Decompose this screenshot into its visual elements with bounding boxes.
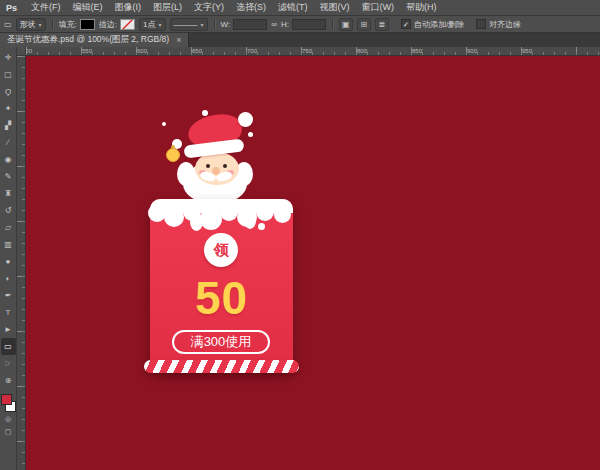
rectangular-marquee-tool-icon[interactable]: ▢ [1,66,16,83]
height-label: H: [281,20,289,29]
auto-add-delete-label: 自动添加/删除 [414,19,464,30]
move-tool-icon[interactable]: ✛ [1,49,16,66]
ruler-label: 600 [137,47,147,55]
eraser-tool-icon[interactable]: ▱ [1,219,16,236]
vertical-ruler[interactable] [17,56,26,470]
stroke-style-dropdown[interactable]: ——— ▾ [170,18,208,31]
snow-bump [200,208,222,230]
coupon-badge: 领 [204,233,238,267]
align-edges-checkbox[interactable] [476,19,486,29]
align-edges-label: 对齐边缘 [489,19,521,30]
ruler-label: 850 [412,47,422,55]
ruler-label: 650 [192,47,202,55]
snow-drip [190,213,203,231]
workspace: ✛ ▢ Ϙ ✦ ▞ ∕ ◉ ✎ ♜ ↺ ▱ ▥ ● ◐ ✒ T ► ▭ ☞ ⊕ … [0,47,600,470]
ruler-label: 950 [522,47,532,55]
canvas[interactable]: 领 50 满300使用 [26,56,600,470]
menu-filter[interactable]: 滤镜(T) [272,1,314,14]
gradient-tool-icon[interactable]: ▥ [1,236,16,253]
fill-group: 填充: [59,19,95,30]
auto-add-delete-group: ✓ 自动添加/删除 [401,19,464,30]
line-style-icon: ——— [174,20,198,29]
tab-close-icon[interactable]: × [176,35,181,45]
menu-image[interactable]: 图像(I) [109,1,148,14]
tool-mode-dropdown[interactable]: 形状 ▾ [16,18,46,31]
rectangle-tool-icon[interactable]: ▭ [1,338,16,355]
photoshop-window: Ps 文件(F) 编辑(E) 图像(I) 图层(L) 文字(Y) 选择(S) 滤… [0,0,600,470]
width-label: W: [221,20,231,29]
ruler-label: 750 [302,47,312,55]
auto-add-delete-checkbox[interactable]: ✓ [401,19,411,29]
coupon-badge-text: 领 [214,241,229,260]
golden-bell [166,148,180,162]
height-input[interactable] [292,19,326,30]
menu-view[interactable]: 视图(V) [314,1,356,14]
menu-edit[interactable]: 编辑(E) [67,1,109,14]
color-swatches [1,394,16,412]
stroke-label: 描边: [99,19,117,30]
menu-file[interactable]: 文件(F) [25,1,67,14]
chevron-down-icon: ▾ [39,21,42,28]
photoshop-logo: Ps [0,3,25,13]
crop-tool-icon[interactable]: ▞ [1,117,16,134]
menu-select[interactable]: 选择(S) [230,1,272,14]
santa-illustration [160,112,256,208]
quick-mask-icon[interactable]: ◎ [1,412,16,425]
width-input[interactable] [233,19,267,30]
snow-bump [220,203,238,221]
document-tab[interactable]: 圣诞节优惠券.psd @ 100%(图层 2, RGB/8) × [0,33,189,47]
ruler-label: 900 [467,47,477,55]
menu-window[interactable]: 窗口(W) [356,1,401,14]
tool-mode-value: 形状 [20,19,36,30]
pen-tool-icon[interactable]: ✒ [1,287,16,304]
lasso-tool-icon[interactable]: Ϙ [1,83,16,100]
link-dimensions-icon[interactable]: ∞ [271,20,277,29]
quick-selection-tool-icon[interactable]: ✦ [1,100,16,117]
type-tool-icon[interactable]: T [1,304,16,321]
path-arrangement-icon[interactable]: ≣ [375,18,389,31]
snow-drip [244,212,256,229]
blur-tool-icon[interactable]: ● [1,253,16,270]
ruler-label: 550 [82,47,92,55]
height-group: H: [281,19,326,30]
healing-brush-tool-icon[interactable]: ◉ [1,151,16,168]
santa-hat-pompom [238,112,253,127]
document-tab-bar: 圣诞节优惠券.psd @ 100%(图层 2, RGB/8) × [0,33,600,47]
path-selection-tool-icon[interactable]: ► [1,321,16,338]
path-alignment-icon[interactable]: ⊞ [357,18,371,31]
stroke-swatch[interactable] [120,19,135,30]
width-group: W: [221,19,268,30]
screen-mode-icon[interactable]: ▢ [1,425,16,438]
envelope-dot [258,223,265,230]
horizontal-ruler[interactable]: 500 550 600 650 700 750 800 850 900 950 [26,47,600,56]
clone-stamp-tool-icon[interactable]: ♜ [1,185,16,202]
ruler-corner [17,47,26,56]
coupon-condition-pill: 满300使用 [172,330,270,354]
menu-type[interactable]: 文字(Y) [188,1,230,14]
chevron-down-icon: ▾ [159,21,162,28]
path-operations-icon[interactable]: ▣ [339,18,353,31]
menu-layer[interactable]: 图层(L) [147,1,188,14]
ruler-label: 800 [357,47,367,55]
dodge-tool-icon[interactable]: ◐ [1,270,16,287]
santa-nose [212,167,220,175]
menu-help[interactable]: 帮助(H) [400,1,443,14]
snow-bump [274,206,291,223]
options-separator [52,19,53,30]
shape-tool-preset-icon[interactable]: ▭ [4,20,12,29]
hand-tool-icon[interactable]: ☞ [1,355,16,372]
tools-panel: ✛ ▢ Ϙ ✦ ▞ ∕ ◉ ✎ ♜ ↺ ▱ ▥ ● ◐ ✒ T ► ▭ ☞ ⊕ … [0,47,17,470]
snow-dot [162,122,166,126]
zoom-tool-icon[interactable]: ⊕ [1,372,16,389]
brush-tool-icon[interactable]: ✎ [1,168,16,185]
stroke-width-dropdown[interactable]: 1点 ▾ [139,18,165,31]
options-separator [332,19,333,30]
foreground-color-swatch[interactable] [1,394,12,405]
eyedropper-tool-icon[interactable]: ∕ [1,134,16,151]
snow-dot [248,132,253,137]
history-brush-tool-icon[interactable]: ↺ [1,202,16,219]
coupon-amount: 50 [150,273,293,323]
santa-eye [206,164,210,168]
stroke-width-value: 1点 [143,19,155,30]
fill-swatch[interactable] [80,19,95,30]
